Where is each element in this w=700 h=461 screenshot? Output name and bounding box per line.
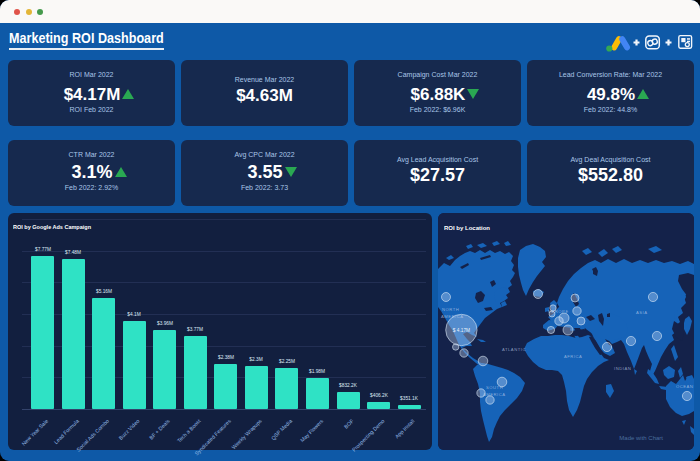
svg-text:OCEANIA: OCEANIA <box>676 384 694 389</box>
svg-text:SOUTH: SOUTH <box>486 385 503 390</box>
svg-text:ATLANTIC: ATLANTIC <box>502 347 526 352</box>
svg-text:AMERICA: AMERICA <box>441 314 464 319</box>
svg-text:INDIAN: INDIAN <box>614 366 631 371</box>
svg-text:ASIA: ASIA <box>636 310 648 315</box>
svg-text:NORTH: NORTH <box>442 307 459 312</box>
svg-text:$ 4.17M: $ 4.17M <box>453 328 470 333</box>
svg-text:AFRICA: AFRICA <box>564 354 582 359</box>
svg-text:AMERICA: AMERICA <box>483 392 506 397</box>
svg-text:EUROPE: EUROPE <box>548 309 569 314</box>
